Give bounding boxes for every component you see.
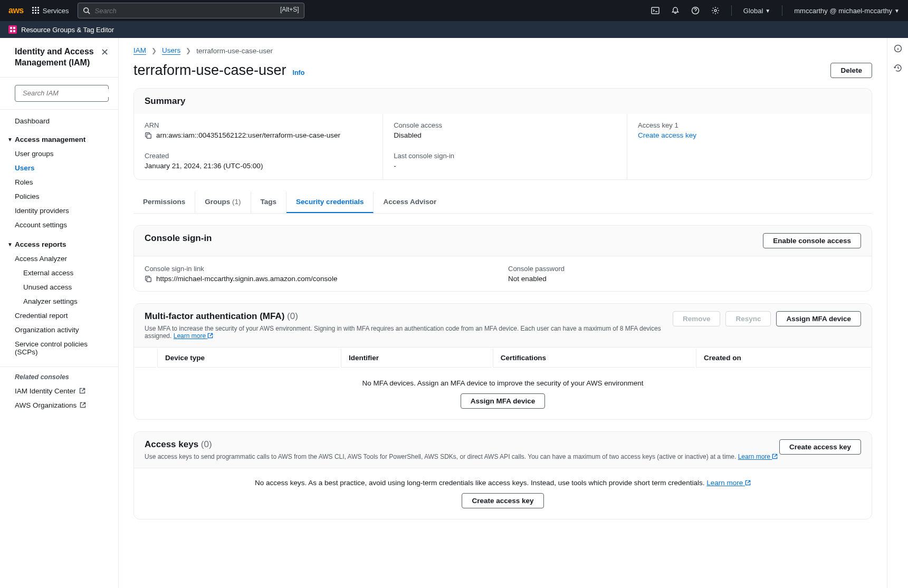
- services-menu[interactable]: Services: [32, 7, 69, 15]
- sidebar-item-dashboard[interactable]: Dashboard: [0, 114, 118, 128]
- right-rail: [887, 38, 908, 588]
- svg-rect-15: [13, 27, 15, 29]
- remove-mfa-button[interactable]: Remove: [673, 311, 721, 326]
- region-selector[interactable]: Global▼: [743, 7, 770, 15]
- svg-rect-16: [10, 30, 12, 32]
- sidebar-group-access-reports[interactable]: ▼ Access reports: [0, 237, 118, 252]
- nav-right: Global▼ mmccarthy @ michael-mccarthy▼: [651, 5, 900, 16]
- tab-permissions[interactable]: Permissions: [133, 191, 195, 213]
- svg-rect-11: [652, 7, 659, 14]
- sidebar-item-identity-providers[interactable]: Identity providers: [0, 204, 118, 218]
- favorites-bar: Resource Groups & Tag Editor: [0, 21, 908, 38]
- enable-console-access-button[interactable]: Enable console access: [763, 233, 861, 248]
- sidebar-item-analyzer-settings[interactable]: Analyzer settings: [0, 294, 118, 309]
- access-keys-description: Use access keys to send programmatic cal…: [145, 453, 736, 460]
- notifications-icon[interactable]: [671, 6, 680, 15]
- mfa-col-device-type[interactable]: Device type: [157, 349, 340, 368]
- svg-rect-20: [147, 134, 151, 138]
- tab-tags[interactable]: Tags: [251, 191, 287, 213]
- resync-mfa-button[interactable]: Resync: [725, 311, 771, 326]
- sidebar-item-aws-organizations[interactable]: AWS Organizations: [0, 398, 118, 412]
- sidebar-item-policies[interactable]: Policies: [0, 189, 118, 204]
- arn-label: ARN: [145, 121, 372, 129]
- aws-logo[interactable]: aws: [8, 6, 24, 15]
- created-label: Created: [145, 152, 372, 160]
- access-keys-learn-more-link[interactable]: Learn more: [738, 453, 778, 460]
- page-title: terraform-use-case-user: [133, 62, 286, 78]
- sidebar-item-users[interactable]: Users: [0, 161, 118, 175]
- mfa-empty-text: No MFA devices. Assign an MFA device to …: [134, 369, 872, 390]
- last-signin-value: -: [394, 162, 616, 170]
- info-link[interactable]: Info: [292, 69, 304, 76]
- info-panel-icon[interactable]: [894, 44, 902, 54]
- external-link-icon: [80, 402, 86, 408]
- external-link-icon: [745, 480, 751, 486]
- access-keys-count: (0): [201, 439, 212, 449]
- create-access-key-button[interactable]: Create access key: [779, 439, 861, 455]
- sidebar-search: [15, 85, 109, 102]
- history-icon[interactable]: [894, 64, 902, 74]
- copy-icon[interactable]: [145, 275, 152, 283]
- sidebar-item-scp[interactable]: Service control policies (SCPs): [0, 337, 118, 359]
- sidebar-item-organization-activity[interactable]: Organization activity: [0, 323, 118, 337]
- summary-panel: Summary ARN arn:aws:iam::004351562122:us…: [133, 88, 872, 180]
- svg-line-10: [88, 12, 90, 14]
- console-signin-panel: Console sign-in Enable console access Co…: [133, 225, 872, 292]
- access-keys-empty-learn-more-link[interactable]: Learn more: [706, 479, 751, 487]
- sidebar-item-account-settings[interactable]: Account settings: [0, 218, 118, 232]
- sidebar-item-label: AWS Organizations: [15, 401, 77, 409]
- svg-rect-3: [32, 9, 34, 11]
- summary-title: Summary: [145, 96, 185, 107]
- svg-rect-4: [35, 9, 36, 11]
- sidebar-title: Identity and Access Management (IAM): [15, 46, 101, 69]
- settings-icon[interactable]: [711, 6, 720, 15]
- breadcrumb-users[interactable]: Users: [162, 46, 180, 55]
- mfa-panel: Multi-factor authentication (MFA) (0) Us…: [133, 303, 872, 420]
- sidebar-group-access-management[interactable]: ▼ Access management: [0, 132, 118, 147]
- svg-point-9: [83, 8, 88, 13]
- create-access-key-link[interactable]: Create access key: [638, 131, 696, 139]
- console-access-label: Console access: [394, 121, 616, 129]
- create-access-key-empty-button[interactable]: Create access key: [462, 493, 543, 508]
- sidebar-item-access-analyzer[interactable]: Access Analyzer: [0, 252, 118, 266]
- copy-icon[interactable]: [145, 132, 152, 139]
- caret-down-icon: ▼: [7, 137, 13, 142]
- sidebar-item-unused-access[interactable]: Unused access: [0, 280, 118, 294]
- mfa-col-certifications[interactable]: Certifications: [493, 349, 695, 368]
- created-value: January 21, 2024, 21:36 (UTC-05:00): [145, 162, 372, 170]
- svg-rect-0: [32, 7, 34, 8]
- resource-groups-link[interactable]: Resource Groups & Tag Editor: [21, 26, 114, 34]
- tab-count: (1): [232, 198, 241, 206]
- search-input[interactable]: [78, 3, 304, 18]
- sidebar-item-user-groups[interactable]: User groups: [0, 147, 118, 161]
- search-icon: [83, 7, 90, 16]
- tab-access-advisor[interactable]: Access Advisor: [374, 191, 446, 213]
- close-icon[interactable]: ✕: [101, 46, 109, 58]
- sidebar-item-external-access[interactable]: External access: [0, 266, 118, 280]
- account-menu[interactable]: mmccarthy @ michael-mccarthy▼: [794, 7, 900, 15]
- signin-link-label: Console sign-in link: [145, 265, 498, 273]
- help-icon[interactable]: [691, 6, 700, 15]
- assign-mfa-button[interactable]: Assign MFA device: [776, 311, 861, 326]
- top-nav: aws Services [Alt+S] Global▼ m: [0, 0, 908, 21]
- console-password-value: Not enabled: [508, 275, 861, 283]
- tab-groups[interactable]: Groups (1): [195, 191, 251, 213]
- related-consoles-title: Related consoles: [0, 367, 118, 384]
- sidebar-item-roles[interactable]: Roles: [0, 175, 118, 189]
- external-link-icon: [772, 454, 778, 459]
- delete-button[interactable]: Delete: [830, 63, 872, 78]
- breadcrumb-iam[interactable]: IAM: [133, 46, 146, 55]
- mfa-col-identifier[interactable]: Identifier: [341, 349, 492, 368]
- mfa-table: Device type Identifier Certifications Cr…: [134, 347, 872, 369]
- sidebar-item-credential-report[interactable]: Credential report: [0, 309, 118, 323]
- assign-mfa-empty-button[interactable]: Assign MFA device: [461, 393, 546, 409]
- signin-link-value: https://michael-mccarthy.signin.aws.amaz…: [156, 275, 337, 283]
- cloudshell-icon[interactable]: [651, 6, 660, 15]
- last-signin-label: Last console sign-in: [394, 152, 616, 160]
- mfa-learn-more-link[interactable]: Learn more: [174, 332, 214, 340]
- mfa-col-created-on[interactable]: Created on: [696, 349, 871, 368]
- sidebar-item-iam-identity-center[interactable]: IAM Identity Center: [0, 384, 118, 398]
- sidebar-search-input[interactable]: [23, 89, 112, 97]
- tab-security-credentials[interactable]: Security credentials: [286, 191, 374, 213]
- services-label: Services: [43, 7, 69, 15]
